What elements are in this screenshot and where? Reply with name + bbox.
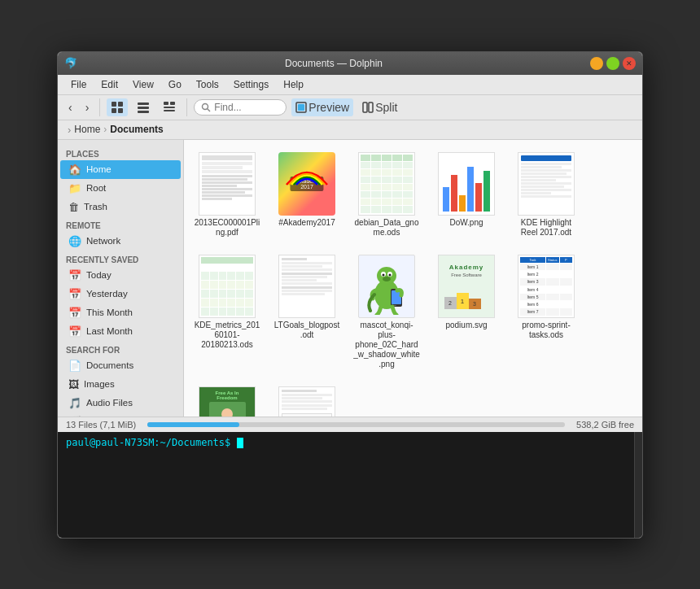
storage-progress-bar — [147, 422, 565, 427]
terminal[interactable]: paul@paul-N73SM:~/Documents$ — [58, 432, 642, 538]
view-details-button[interactable] — [133, 98, 154, 116]
file-count: 13 Files (7,1 MiB) — [66, 420, 136, 430]
svg-point-21 — [383, 273, 385, 276]
statusbar: 13 Files (7,1 MiB) 538,2 GiB free — [58, 417, 642, 432]
list-item[interactable]: mascot_konqi-plus-phone_02C_hard_w_shado… — [350, 249, 423, 374]
sidebar-item-home[interactable]: 🏠 Home — [60, 160, 181, 179]
breadcrumb-separator: › — [103, 124, 107, 135]
file-thumb — [517, 151, 575, 216]
svg-point-33 — [221, 408, 233, 417]
sidebar-item-root[interactable]: 📁 Root — [60, 179, 181, 198]
minimize-button[interactable] — [590, 57, 603, 70]
search-input[interactable] — [214, 102, 279, 113]
list-item[interactable]: KDE Highlight Reel 2017.odt — [510, 146, 583, 242]
file-name: mascot_konqi-plus-phone_02C_hard_w_shado… — [353, 321, 420, 369]
sidebar-item-audio[interactable]: 🎵 Audio Files — [60, 394, 181, 412]
back-button[interactable]: ‹ — [64, 98, 77, 116]
file-thumb — [357, 151, 416, 216]
svg-rect-16 — [369, 103, 373, 112]
sidebar-item-trash[interactable]: 🗑 Trash — [60, 198, 181, 216]
svg-rect-5 — [138, 107, 149, 109]
sidebar-item-images[interactable]: 🖼 Images — [60, 375, 181, 394]
list-item[interactable]: 2013EC000001Pling.pdf — [190, 146, 264, 242]
close-button[interactable]: ✕ — [623, 57, 636, 70]
rainbow-svg — [282, 156, 331, 189]
view-icons-button[interactable] — [107, 98, 128, 116]
menu-item-help[interactable]: Help — [277, 76, 310, 93]
main-area: Places 🏠 Home 📁 Root 🗑 Trash Remote 🌐 Ne… — [58, 140, 642, 417]
file-thumb: Akademy Free Software 1 2 3 — [437, 254, 496, 319]
menu-item-file[interactable]: File — [64, 76, 93, 93]
titlebar-left: 🐬 — [64, 57, 77, 69]
menu-item-view[interactable]: View — [126, 76, 160, 93]
audio-icon: 🎵 — [68, 397, 81, 409]
svg-point-18 — [377, 267, 396, 285]
list-item[interactable]: LTGoals_blogpost.odt — [270, 249, 343, 374]
svg-rect-7 — [164, 102, 168, 105]
svg-text:1: 1 — [460, 298, 464, 305]
sidebar-item-documents[interactable]: 📄 Documents — [60, 356, 181, 375]
preview-button[interactable]: Preview — [291, 98, 353, 116]
svg-rect-4 — [138, 103, 149, 105]
svg-rect-3 — [118, 108, 123, 113]
terminal-scrollbar[interactable] — [634, 432, 642, 538]
svg-point-11 — [203, 103, 208, 109]
sidebar-item-network[interactable]: 🌐 Network — [60, 232, 181, 251]
list-item[interactable]: debian_Data_gnome.ods — [350, 146, 423, 242]
sidebar-item-this-month[interactable]: 📅 This Month — [60, 303, 181, 322]
videos-icon: 🎬 — [68, 416, 81, 417]
today-icon: 📅 — [68, 269, 81, 281]
sidebar-item-videos[interactable]: 🎬 Videos — [60, 412, 181, 417]
maximize-button[interactable] — [606, 57, 619, 70]
menubar: FileEditViewGoToolsSettingsHelp — [58, 75, 642, 95]
file-name: 2013EC000001Pling.pdf — [194, 218, 260, 238]
window-controls: ✕ — [590, 57, 636, 70]
yesterday-icon: 📅 — [68, 288, 81, 300]
home-icon: 🏠 — [68, 164, 81, 176]
list-item[interactable]: DoW.png — [430, 146, 503, 242]
list-item[interactable]: Akademy Free Software 1 2 3 — [430, 249, 503, 374]
split-button[interactable]: Split — [358, 98, 401, 116]
search-box[interactable] — [194, 99, 287, 116]
menu-item-edit[interactable]: Edit — [94, 76, 125, 93]
sidebar-item-today[interactable]: 📅 Today — [60, 266, 181, 285]
svg-rect-10 — [164, 110, 175, 111]
app-icon: 🐬 — [64, 57, 77, 69]
file-thumb — [278, 254, 336, 319]
file-thumb — [198, 254, 256, 319]
svg-rect-9 — [164, 107, 175, 108]
menu-item-go[interactable]: Go — [162, 76, 188, 93]
recently-section-title: Recently Saved — [58, 251, 183, 266]
network-icon: 🌐 — [68, 235, 81, 247]
file-name: debian_Data_gnome.ods — [353, 218, 420, 238]
view-compact-button[interactable] — [159, 98, 180, 116]
breadcrumb-home[interactable]: Home — [74, 124, 100, 135]
menu-item-tools[interactable]: Tools — [190, 76, 225, 93]
list-icon — [137, 101, 150, 114]
konqi-mascot — [366, 258, 407, 315]
sidebar-item-last-month[interactable]: 📅 Last Month — [60, 322, 181, 341]
free-space: 538,2 GiB free — [576, 420, 634, 430]
toolbar-separator-2 — [186, 98, 187, 116]
file-name: podium.svg — [445, 321, 487, 330]
remote-section-title: Remote — [58, 216, 183, 232]
list-item[interactable]: #Akademy2017 #Akademy2017 — [270, 146, 343, 242]
menu-item-settings[interactable]: Settings — [227, 76, 275, 93]
file-thumb — [198, 151, 256, 216]
list-item[interactable]: KDE_metrics_20160101-20180213.ods — [190, 249, 264, 374]
list-item[interactable]: Free As InFreedom Sam Williams — [190, 381, 264, 417]
storage-used — [147, 422, 239, 427]
preview-icon — [295, 102, 307, 113]
svg-point-23 — [383, 277, 391, 281]
sidebar-item-yesterday[interactable]: 📅 Yesterday — [60, 285, 181, 303]
svg-rect-2 — [112, 108, 116, 113]
breadcrumb-arrow: › — [68, 124, 71, 136]
forward-button[interactable]: › — [81, 98, 94, 116]
svg-text:3: 3 — [473, 301, 476, 307]
terminal-cursor — [237, 438, 243, 448]
toolbar-separator-1 — [99, 98, 100, 116]
list-item[interactable]: Signed... SampleSignedPDFDocument.pdf — [270, 381, 343, 417]
file-thumb: Free As InFreedom Sam Williams — [198, 386, 256, 417]
svg-point-22 — [389, 273, 392, 276]
list-item[interactable]: Task Status P Item 1 Item 2 Item 3 Item … — [510, 249, 583, 374]
